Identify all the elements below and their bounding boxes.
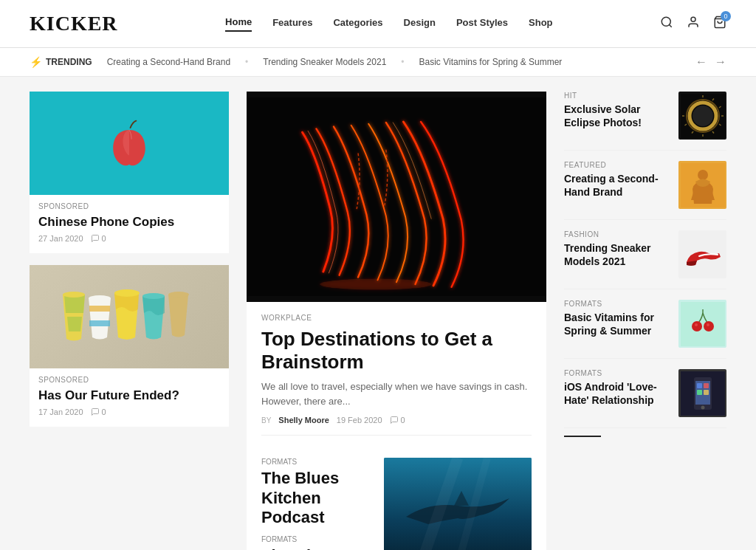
right-item-vitamins-body: Formats Basic Vitamins for Spring & Summ… bbox=[564, 300, 670, 337]
cups-image bbox=[30, 265, 229, 368]
center-hero-comments: 0 bbox=[390, 416, 405, 424]
center-second-title2[interactable]: The Blues Kitchen Podcast bbox=[261, 546, 372, 550]
svg-point-9 bbox=[142, 293, 165, 299]
right-item-sneaker-body: Fashion Trending Sneaker Models 2021 bbox=[564, 230, 670, 268]
nav-categories[interactable]: Categories bbox=[333, 17, 382, 31]
svg-point-10 bbox=[168, 292, 189, 298]
svg-point-12 bbox=[320, 278, 431, 289]
right-item-android-label: Formats bbox=[564, 369, 670, 377]
svg-point-39 bbox=[707, 323, 709, 326]
shark-background bbox=[384, 458, 532, 550]
right-item-sneaker-title[interactable]: Trending Sneaker Models 2021 bbox=[564, 241, 670, 268]
left-post-1-meta: 27 Jan 2020 0 bbox=[38, 234, 220, 243]
header: Kicker Home Features Categories Design P… bbox=[0, 0, 756, 48]
svg-rect-44 bbox=[697, 383, 702, 388]
center-hero-date: 19 Feb 2020 bbox=[337, 416, 382, 424]
trending-item-1[interactable]: Creating a Second-Hand Brand bbox=[107, 57, 230, 67]
svg-rect-5 bbox=[89, 306, 110, 312]
svg-point-7 bbox=[89, 295, 111, 301]
center-hero-title[interactable]: Top Destinations to Get a Brainstorm bbox=[261, 328, 532, 374]
trending-dot-1: • bbox=[245, 57, 248, 67]
right-item-sneaker-label: Fashion bbox=[564, 230, 670, 238]
right-item-android-body: Formats iOS Android 'Love-Hate' Relation… bbox=[564, 369, 670, 407]
right-item-android: Formats iOS Android 'Love-Hate' Relation… bbox=[564, 359, 726, 428]
nav-post-styles[interactable]: Post Styles bbox=[456, 17, 508, 31]
svg-point-4 bbox=[63, 292, 85, 298]
svg-rect-6 bbox=[89, 320, 110, 326]
left-post-2-body: Sponsored Has Our Future Ended? 17 Jan 2… bbox=[30, 368, 229, 427]
left-post-2-title[interactable]: Has Our Future Ended? bbox=[38, 388, 220, 404]
center-hero-body: Workplace Top Destinations to Get a Brai… bbox=[247, 302, 546, 447]
left-post-1-comments: 0 bbox=[91, 234, 106, 243]
svg-point-38 bbox=[695, 323, 698, 326]
left-post-1-body: Sponsored Chinese Phone Copies 27 Jan 20… bbox=[30, 195, 229, 253]
right-item-brand-title[interactable]: Creating a Second-Hand Brand bbox=[564, 172, 670, 199]
svg-point-48 bbox=[701, 405, 704, 409]
trending-dot-2: • bbox=[401, 57, 404, 67]
left-post-2: Sponsored Has Our Future Ended? 17 Jan 2… bbox=[30, 265, 229, 427]
left-post-2-date: 17 Jan 2020 bbox=[38, 408, 83, 416]
right-item-eclipse-label: Hit bbox=[564, 92, 670, 100]
center-second-left: Formats The Blues Kitchen Podcast Format… bbox=[261, 458, 372, 550]
left-post-2-meta: 17 Jan 2020 0 bbox=[38, 408, 220, 416]
header-icons: 0 bbox=[660, 16, 726, 32]
eclipse-image bbox=[678, 92, 726, 140]
left-post-1: Sponsored Chinese Phone Copies 27 Jan 20… bbox=[30, 92, 229, 253]
trending-prev-button[interactable]: ← bbox=[695, 55, 707, 69]
cart-icon[interactable]: 0 bbox=[713, 16, 726, 32]
svg-point-8 bbox=[114, 289, 140, 297]
right-item-android-title[interactable]: iOS Android 'Love-Hate' Relationship bbox=[564, 380, 670, 407]
trending-nav: ← → bbox=[695, 55, 726, 69]
main-nav: Home Features Categories Design Post Sty… bbox=[225, 16, 552, 32]
right-item-vitamins-title[interactable]: Basic Vitamins for Spring & Summer bbox=[564, 311, 670, 337]
trending-bar: ⚡ Trending Creating a Second-Hand Brand … bbox=[0, 48, 756, 77]
svg-point-0 bbox=[662, 17, 670, 26]
right-item-vitamins-label: Formats bbox=[564, 300, 670, 308]
center-second-image bbox=[384, 458, 532, 550]
phone-image bbox=[678, 369, 726, 417]
right-divider bbox=[564, 436, 601, 437]
center-hero-image bbox=[247, 92, 546, 302]
trending-item-2[interactable]: Trending Sneaker Models 2021 bbox=[263, 57, 386, 67]
right-item-brand-label: Featured bbox=[564, 161, 670, 169]
left-column: Sponsored Chinese Phone Copies 27 Jan 20… bbox=[30, 92, 229, 550]
trending-item-3[interactable]: Basic Vitamins for Spring & Summer bbox=[419, 57, 563, 67]
svg-point-37 bbox=[704, 321, 714, 331]
search-icon[interactable] bbox=[660, 16, 673, 32]
trending-label: ⚡ Trending bbox=[30, 56, 92, 68]
center-second-label1: Formats bbox=[261, 458, 372, 466]
center-hero-excerpt: We all love to travel, especially when w… bbox=[261, 379, 532, 408]
center-hero-category: Workplace bbox=[261, 314, 532, 322]
nav-features[interactable]: Features bbox=[272, 17, 312, 31]
nav-design[interactable]: Design bbox=[404, 17, 436, 31]
left-post-2-comments: 0 bbox=[91, 408, 106, 416]
trending-arrow-icon: ⚡ bbox=[30, 56, 42, 68]
trending-next-button[interactable]: → bbox=[715, 55, 726, 69]
user-icon[interactable] bbox=[687, 16, 700, 32]
center-second-label2: Formats bbox=[261, 535, 372, 543]
right-item-eclipse: Hit Exclusive Solar Eclipse Photos! bbox=[564, 92, 726, 151]
left-post-1-title[interactable]: Chinese Phone Copies bbox=[38, 214, 220, 230]
nav-shop[interactable]: Shop bbox=[529, 17, 553, 31]
right-item-eclipse-body: Hit Exclusive Solar Eclipse Photos! bbox=[564, 92, 670, 129]
svg-point-36 bbox=[692, 321, 702, 331]
sneaker-image bbox=[678, 230, 726, 278]
center-second-title1[interactable]: The Blues Kitchen Podcast bbox=[261, 469, 372, 527]
svg-line-1 bbox=[669, 24, 671, 27]
svg-rect-35 bbox=[681, 302, 725, 346]
center-hero-by: By bbox=[261, 416, 271, 424]
cart-badge: 0 bbox=[721, 11, 731, 21]
svg-rect-47 bbox=[704, 390, 709, 395]
svg-rect-11 bbox=[247, 97, 546, 296]
right-item-sneaker: Fashion Trending Sneaker Models 2021 bbox=[564, 220, 726, 289]
right-item-brand-body: Featured Creating a Second-Hand Brand bbox=[564, 161, 670, 199]
center-column: Workplace Top Destinations to Get a Brai… bbox=[247, 92, 546, 550]
cherry-image bbox=[678, 300, 726, 348]
left-post-2-label: Sponsored bbox=[38, 376, 220, 384]
right-item-vitamins: Formats Basic Vitamins for Spring & Summ… bbox=[564, 289, 726, 359]
site-logo[interactable]: Kicker bbox=[30, 12, 118, 35]
right-item-eclipse-title[interactable]: Exclusive Solar Eclipse Photos! bbox=[564, 103, 670, 129]
nav-home[interactable]: Home bbox=[225, 16, 252, 32]
apple-image bbox=[30, 92, 229, 195]
right-column: Hit Exclusive Solar Eclipse Photos! bbox=[564, 92, 726, 550]
